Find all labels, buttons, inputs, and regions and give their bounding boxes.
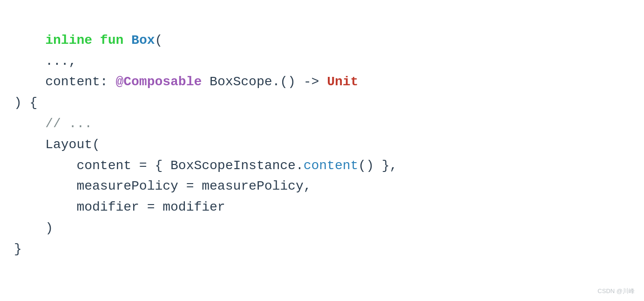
keyword-inline: inline <box>45 33 92 48</box>
watermark: CSDN @川峰 <box>597 287 635 295</box>
line5: // ... <box>14 116 92 131</box>
line6: Layout( <box>14 137 100 152</box>
line10: ) <box>14 221 53 235</box>
line8: measurePolicy = measurePolicy, <box>14 179 312 193</box>
function-name: Box <box>131 33 155 48</box>
annotation-composable: @Composable <box>115 75 202 89</box>
line7: content = { BoxScopeInstance.content() }… <box>14 158 397 173</box>
comment-line: // ... <box>45 116 92 131</box>
method-content: content <box>304 158 359 173</box>
code-block: inline fun Box( ..., content: @Composabl… <box>14 9 630 280</box>
line11: } <box>14 242 22 256</box>
line3: content: @Composable BoxScope.() -> Unit <box>14 75 358 89</box>
line2: ..., <box>14 54 76 68</box>
code-container: inline fun Box( ..., content: @Composabl… <box>0 0 644 301</box>
line9: modifier = modifier <box>14 200 225 214</box>
type-unit: Unit <box>327 75 358 89</box>
line4: ) { <box>14 96 37 110</box>
keyword-fun: fun <box>100 33 123 48</box>
line1: inline fun Box( <box>45 33 163 48</box>
